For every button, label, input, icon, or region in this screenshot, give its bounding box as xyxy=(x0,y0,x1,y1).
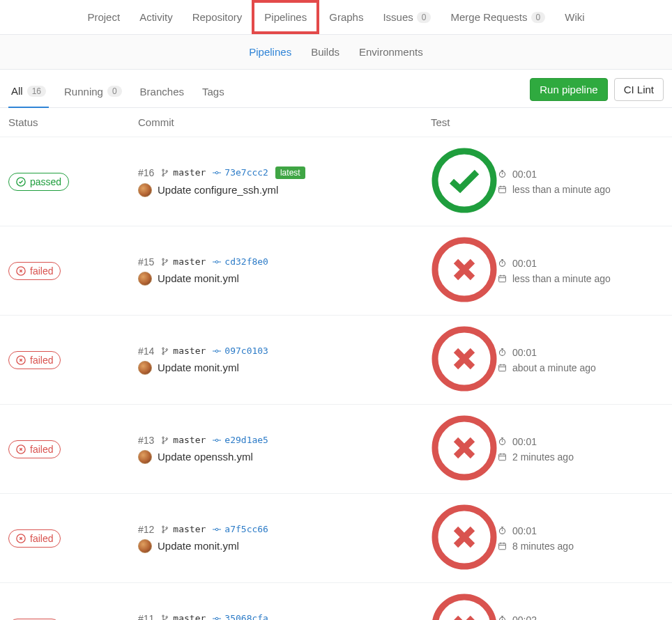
test-cell[interactable] xyxy=(431,504,498,573)
nav-issues-count: 0 xyxy=(417,12,432,23)
run-pipeline-button[interactable]: Run pipeline xyxy=(530,78,607,101)
avatar[interactable] xyxy=(138,272,152,286)
commit-cell: #12 master a7f5cc66 Update monit.yml xyxy=(138,524,431,553)
pipeline-id[interactable]: #13 xyxy=(138,435,154,446)
stopwatch-icon xyxy=(498,437,507,446)
commit-sha: cd32f8e0 xyxy=(224,256,268,267)
scope-running-count: 0 xyxy=(107,86,122,97)
branch-link[interactable]: master xyxy=(161,167,206,178)
commit-message[interactable]: Update monit.yml xyxy=(158,540,239,552)
status-text: failed xyxy=(30,355,53,366)
avatar[interactable] xyxy=(138,539,152,553)
x-circle-icon xyxy=(431,593,498,620)
status-cell: failed xyxy=(8,440,138,458)
test-cell[interactable] xyxy=(431,414,498,483)
branch-name: master xyxy=(173,435,206,445)
commit-icon xyxy=(213,347,221,355)
commit-sha-link[interactable]: e29d1ae5 xyxy=(213,435,268,445)
avatar[interactable] xyxy=(138,183,152,197)
test-cell[interactable] xyxy=(431,593,498,620)
time-ago: about a minute ago xyxy=(512,362,596,373)
status-pill[interactable]: failed xyxy=(8,529,61,548)
meta-cell: 00:01 8 minutes ago xyxy=(498,525,672,552)
scope-all-count: 16 xyxy=(27,86,46,97)
table-row: failed #12 master a7f5cc66 Update monit.… xyxy=(0,494,672,583)
x-circle-icon xyxy=(431,504,498,571)
scope-all-label: All xyxy=(11,85,23,97)
pipeline-id[interactable]: #11 xyxy=(138,613,154,621)
scope-running-label: Running xyxy=(64,86,103,98)
status-pill[interactable]: failed xyxy=(8,262,61,280)
x-circle-icon xyxy=(431,414,498,481)
x-circle-icon xyxy=(431,325,498,392)
commit-cell: #14 master 097c0103 Update monit.yml xyxy=(138,346,431,375)
branch-link[interactable]: master xyxy=(161,256,206,267)
nav-activity[interactable]: Activity xyxy=(130,0,183,34)
nav-repository[interactable]: Repository xyxy=(183,0,252,34)
branch-link[interactable]: master xyxy=(161,524,206,534)
commit-sha-link[interactable]: a7f5cc66 xyxy=(213,524,268,534)
commit-sha-link[interactable]: 73e7ccc2 xyxy=(213,167,268,178)
commit-cell: #15 master cd32f8e0 Update monit.yml xyxy=(138,256,431,286)
calendar-icon xyxy=(498,274,507,283)
nav-graphs[interactable]: Graphs xyxy=(319,0,373,34)
x-circle-icon xyxy=(16,444,26,454)
commit-sha: 73e7ccc2 xyxy=(224,167,268,178)
subnav-pipelines[interactable]: Pipelines xyxy=(239,46,301,58)
nav-wiki[interactable]: Wiki xyxy=(555,0,594,34)
commit-sha-link[interactable]: cd32f8e0 xyxy=(213,256,268,267)
status-pill[interactable]: failed xyxy=(8,351,61,369)
table-header: Status Commit Test xyxy=(0,108,672,137)
commit-sha: a7f5cc66 xyxy=(224,524,268,534)
subnav-environments[interactable]: Environments xyxy=(349,46,433,58)
subnav-builds[interactable]: Builds xyxy=(301,46,349,58)
test-cell[interactable] xyxy=(431,325,498,394)
scope-tags[interactable]: Tags xyxy=(199,77,227,107)
pipeline-id[interactable]: #15 xyxy=(138,256,154,268)
meta-cell: 00:01 less than a minute ago xyxy=(498,258,672,284)
branch-link[interactable]: master xyxy=(161,346,206,356)
nav-project[interactable]: Project xyxy=(77,0,130,34)
pipeline-id[interactable]: #14 xyxy=(138,346,154,357)
commit-message[interactable]: Update configure_ssh.yml xyxy=(158,184,278,196)
pipeline-id[interactable]: #12 xyxy=(138,524,154,535)
time-ago: less than a minute ago xyxy=(512,273,611,284)
branch-icon xyxy=(161,169,169,177)
status-pill[interactable]: passed xyxy=(8,173,69,191)
commit-icon xyxy=(213,525,221,534)
duration: 00:01 xyxy=(512,258,537,269)
time-ago: 8 minutes ago xyxy=(512,541,574,552)
commit-sha-link[interactable]: 35068cfa xyxy=(213,613,268,620)
pipeline-id[interactable]: #16 xyxy=(138,167,154,178)
meta-cell: 00:01 about a minute ago xyxy=(498,347,672,373)
x-circle-icon xyxy=(16,355,26,365)
commit-sha: 35068cfa xyxy=(224,613,268,620)
scope-branches[interactable]: Branches xyxy=(137,77,187,107)
test-cell[interactable] xyxy=(431,236,498,305)
test-cell[interactable] xyxy=(431,147,498,216)
time-ago: 2 minutes ago xyxy=(512,451,574,463)
commit-cell: #11 master 35068cfa Update openssh.yml xyxy=(138,613,431,621)
commit-sha-link[interactable]: 097c0103 xyxy=(213,346,268,356)
nav-merge-requests[interactable]: Merge Requests 0 xyxy=(441,0,555,34)
ci-lint-button[interactable]: CI Lint xyxy=(614,78,664,101)
branch-icon xyxy=(161,347,169,355)
branch-link[interactable]: master xyxy=(161,613,206,620)
commit-message[interactable]: Update monit.yml xyxy=(158,362,239,373)
nav-issues-label: Issues xyxy=(383,11,413,23)
commit-message[interactable]: Update openssh.yml xyxy=(158,451,253,463)
avatar[interactable] xyxy=(138,361,152,375)
branch-link[interactable]: master xyxy=(161,435,206,445)
scope-all[interactable]: All 16 xyxy=(8,77,49,108)
commit-message[interactable]: Update monit.yml xyxy=(158,272,239,284)
table-row: failed #14 master 097c0103 Update monit.… xyxy=(0,316,672,405)
duration: 00:02 xyxy=(512,614,537,621)
nav-pipelines[interactable]: Pipelines xyxy=(252,0,319,34)
avatar[interactable] xyxy=(138,450,152,464)
commit-sha: e29d1ae5 xyxy=(224,435,268,445)
table-row: failed #15 master cd32f8e0 Update monit.… xyxy=(0,226,672,316)
scope-running[interactable]: Running 0 xyxy=(61,77,125,107)
nav-mr-count: 0 xyxy=(531,12,546,23)
nav-issues[interactable]: Issues 0 xyxy=(373,0,441,34)
status-pill[interactable]: failed xyxy=(8,440,61,458)
